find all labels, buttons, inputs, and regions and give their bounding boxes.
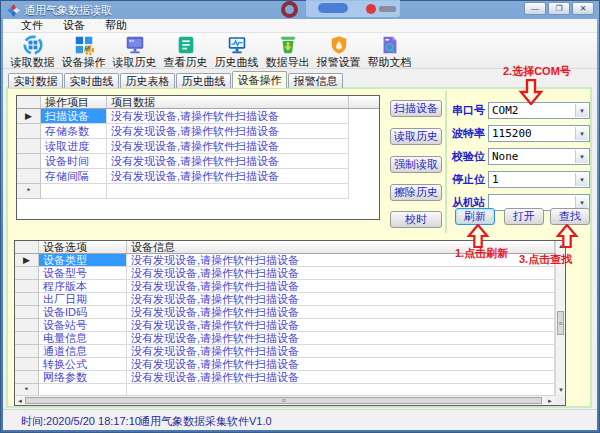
toolbar-item-help-doc[interactable]: 帮助文档 (364, 33, 415, 68)
row-header[interactable]: * (15, 384, 39, 395)
menu-item-file[interactable]: 文件 (11, 19, 53, 32)
grid-cell-value[interactable]: 没有发现设备,请操作软件扫描设备 (127, 319, 555, 332)
grid-cell-value[interactable]: 没有发现设备,请操作软件扫描设备 (127, 371, 555, 384)
row-header[interactable]: ▶ (15, 254, 39, 267)
menu-item-help[interactable]: 帮助 (95, 19, 137, 32)
row-header[interactable] (15, 293, 39, 306)
grid-cell-name[interactable]: 设备站号 (39, 319, 127, 332)
row-header[interactable] (17, 124, 41, 139)
grid-cell-name[interactable]: 设备ID码 (39, 306, 127, 319)
erase-history-button[interactable]: 擦除历史 (390, 184, 442, 201)
grid-cell-name[interactable]: 转换公式 (39, 358, 127, 371)
grid-cell-value[interactable]: 没有发现设备,请操作软件扫描设备 (127, 306, 555, 319)
baud-rate-select[interactable]: 115200 ▼ (488, 125, 590, 142)
parity-select[interactable]: None ▼ (488, 148, 590, 165)
grid-cell-name[interactable]: 电量信息 (39, 332, 127, 345)
toolbar-item-view-history[interactable]: 查看历史 (160, 33, 211, 68)
scroll-left-icon[interactable]: ◄ (17, 397, 23, 405)
toolbar-item-history-curve[interactable]: 历史曲线 (211, 33, 262, 68)
tab-realtime-curve[interactable]: 实时曲线 (64, 73, 119, 88)
row-header[interactable] (15, 319, 39, 332)
tab-history-curve[interactable]: 历史曲线 (176, 73, 231, 88)
toolbar-item-read-history[interactable]: 读取历史 (109, 33, 160, 68)
tab-alarm-info[interactable]: 报警信息 (288, 73, 343, 88)
grid-cell-value[interactable]: 没有发现设备,请操作软件扫描设备 (107, 109, 349, 124)
grid-cell-value[interactable]: 没有发现设备,请操作软件扫描设备 (107, 154, 349, 169)
force-read-button[interactable]: 强制读取 (390, 156, 442, 173)
grid-cell-name[interactable]: 读取进度 (41, 139, 107, 154)
toolbar-item-read-data[interactable]: 读取数据 (7, 33, 58, 68)
scroll-down-icon[interactable]: ▼ (558, 386, 564, 394)
menu-item-device[interactable]: 设备 (53, 19, 95, 32)
minimize-button[interactable]: — (524, 2, 546, 15)
table-row[interactable]: 通道信息 没有发现设备,请操作软件扫描设备 (15, 345, 555, 358)
table-row[interactable]: 网络参数 没有发现设备,请操作软件扫描设备 (15, 371, 555, 384)
table-row[interactable]: 设备型号 没有发现设备,请操作软件扫描设备 (15, 267, 555, 280)
column-header[interactable]: 项目数据 (107, 96, 349, 108)
table-row[interactable]: 转换公式 没有发现设备,请操作软件扫描设备 (15, 358, 555, 371)
maximize-button[interactable]: ❐ (548, 2, 570, 15)
grid-cell-name[interactable]: 设备型号 (39, 267, 127, 280)
grid-cell-value[interactable]: 没有发现设备,请操作软件扫描设备 (107, 169, 349, 184)
row-header[interactable] (15, 306, 39, 319)
grid-cell-value[interactable]: 没有发现设备,请操作软件扫描设备 (127, 332, 555, 345)
table-row[interactable]: 读取进度 没有发现设备,请操作软件扫描设备 (17, 139, 379, 154)
row-header[interactable] (15, 358, 39, 371)
scrollbar-thumb[interactable]: ≡ (25, 397, 542, 404)
grid-cell-value[interactable]: 没有发现设备,请操作软件扫描设备 (127, 280, 555, 293)
grid-cell-value[interactable]: 没有发现设备,请操作软件扫描设备 (107, 139, 349, 154)
grid-cell-value[interactable]: 没有发现设备,请操作软件扫描设备 (107, 124, 349, 139)
row-header[interactable] (15, 280, 39, 293)
scan-device-button[interactable]: 扫描设备 (390, 100, 442, 117)
table-new-row[interactable]: * (15, 384, 555, 395)
tab-device-operation[interactable]: 设备操作 (232, 71, 287, 88)
table-row[interactable]: 电量信息 没有发现设备,请操作软件扫描设备 (15, 332, 555, 345)
row-header[interactable] (15, 267, 39, 280)
row-header[interactable] (17, 139, 41, 154)
table-row[interactable]: 设备ID码 没有发现设备,请操作软件扫描设备 (15, 306, 555, 319)
read-history-button[interactable]: 读取历史 (390, 128, 442, 145)
row-header[interactable] (17, 169, 41, 184)
table-row[interactable]: 存储间隔 没有发现设备,请操作软件扫描设备 (17, 169, 379, 184)
grid-cell-name[interactable]: 存储间隔 (41, 169, 107, 184)
row-header[interactable] (15, 371, 39, 384)
tab-history-table[interactable]: 历史表格 (120, 73, 175, 88)
stop-bits-select[interactable]: 1 ▼ (488, 171, 590, 188)
grid-cell-name[interactable]: 设备时间 (41, 154, 107, 169)
grid-cell-name[interactable]: 通道信息 (39, 345, 127, 358)
open-button[interactable]: 打开 (504, 208, 544, 225)
table-row[interactable]: 设备时间 没有发现设备,请操作软件扫描设备 (17, 154, 379, 169)
refresh-button[interactable]: 刷新 (455, 208, 495, 225)
tab-realtime-data[interactable]: 实时数据 (8, 73, 63, 88)
grid-cell-value[interactable]: 没有发现设备,请操作软件扫描设备 (127, 358, 555, 371)
scroll-right-icon[interactable]: ► (547, 397, 553, 405)
toolbar-item-alarm-settings[interactable]: 报警设置 (313, 33, 364, 68)
row-header[interactable]: ▶ (17, 109, 41, 124)
row-header[interactable] (15, 332, 39, 345)
close-button[interactable]: ✕ (572, 2, 594, 15)
table-row[interactable]: 存储条数 没有发现设备,请操作软件扫描设备 (17, 124, 379, 139)
toolbar-item-device-ops[interactable]: 设备操作 (58, 33, 109, 68)
grid-cell-name[interactable]: 扫描设备 (41, 109, 107, 124)
scrollbar-thumb[interactable]: ≡ (557, 311, 564, 335)
table-row[interactable]: 设备站号 没有发现设备,请操作软件扫描设备 (15, 319, 555, 332)
grid-cell-name[interactable]: 设备类型 (39, 254, 127, 267)
grid-cell-value[interactable]: 没有发现设备,请操作软件扫描设备 (127, 267, 555, 280)
grid-cell-name[interactable]: 程序版本 (39, 280, 127, 293)
table-row[interactable]: 出厂日期 没有发现设备,请操作软件扫描设备 (15, 293, 555, 306)
column-header[interactable]: 操作项目 (41, 96, 107, 108)
grid-cell-value[interactable]: 没有发现设备,请操作软件扫描设备 (127, 345, 555, 358)
grid-cell-name[interactable]: 出厂日期 (39, 293, 127, 306)
horizontal-scrollbar[interactable]: ◄ ≡ ► (15, 395, 555, 405)
time-sync-button[interactable]: 校时 (390, 211, 442, 228)
table-row[interactable]: ▶ 扫描设备 没有发现设备,请操作软件扫描设备 (17, 109, 379, 124)
grid-cell-value[interactable]: 没有发现设备,请操作软件扫描设备 (127, 293, 555, 306)
row-header[interactable] (15, 345, 39, 358)
grid-cell-name[interactable]: 存储条数 (41, 124, 107, 139)
grid-cell-name[interactable]: 网络参数 (39, 371, 127, 384)
toolbar-item-data-export[interactable]: 数据导出 (262, 33, 313, 68)
row-header[interactable]: * (17, 184, 41, 199)
column-header[interactable]: 设备选项 (39, 241, 127, 253)
table-row[interactable]: 程序版本 没有发现设备,请操作软件扫描设备 (15, 280, 555, 293)
row-header[interactable] (17, 154, 41, 169)
